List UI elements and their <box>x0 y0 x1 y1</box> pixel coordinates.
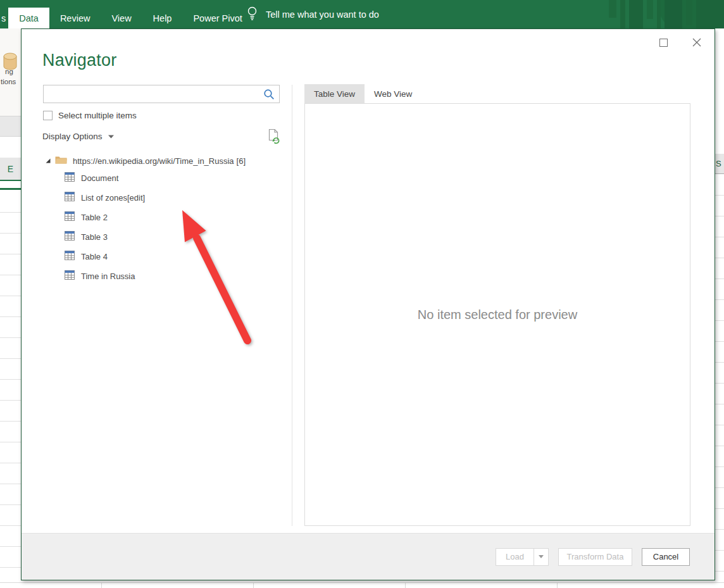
load-dropdown-button[interactable] <box>534 549 548 565</box>
grid-line <box>0 582 724 583</box>
preview-view-tabs: Table View Web View <box>304 84 421 103</box>
tree-root-node[interactable]: https://en.wikipedia.org/wiki/Time_in_Ru… <box>42 153 289 168</box>
tree-item-label: Table 3 <box>81 232 108 242</box>
chevron-down-icon <box>539 555 544 558</box>
refresh-preview-button[interactable] <box>267 128 281 147</box>
excel-bottom-fragment <box>0 580 724 588</box>
close-button[interactable] <box>688 35 706 50</box>
tree-root-label: https://en.wikipedia.org/wiki/Time_in_Ru… <box>73 156 234 166</box>
select-multiple-checkbox[interactable] <box>43 111 53 120</box>
transform-data-button[interactable]: Transform Data <box>558 548 632 566</box>
ribbon-label-fragment-2: tions <box>1 78 16 85</box>
tree-item-time-in-russia[interactable]: Time in Russia <box>42 266 289 286</box>
tab-table-view[interactable]: Table View <box>304 84 365 103</box>
select-multiple-label: Select multiple items <box>58 111 137 120</box>
table-icon <box>65 231 75 243</box>
search-input[interactable] <box>47 87 259 101</box>
table-icon <box>65 172 75 184</box>
table-icon <box>65 211 75 223</box>
tab-help[interactable]: Help <box>142 8 183 28</box>
close-icon <box>692 38 701 47</box>
tree-root-count: [6] <box>237 156 246 166</box>
expand-collapse-icon[interactable] <box>42 158 53 164</box>
preview-pane: No item selected for preview <box>304 103 690 526</box>
tab-formulas-partial[interactable]: s <box>0 8 8 28</box>
tell-me-label: Tell me what you want to do <box>266 9 379 20</box>
tell-me-box[interactable]: Tell me what you want to do <box>247 0 379 28</box>
column-header-e[interactable]: E <box>0 158 21 181</box>
tree-item-label: Table 4 <box>81 252 108 261</box>
pane-splitter[interactable] <box>292 85 292 526</box>
selected-cell-border <box>0 188 21 190</box>
tree-item-table-3[interactable]: Table 3 <box>42 227 289 247</box>
grid-line <box>253 582 254 588</box>
navigator-tree: https://en.wikipedia.org/wiki/Time_in_Ru… <box>42 153 289 286</box>
tab-power-pivot[interactable]: Power Pivot <box>182 8 253 28</box>
ribbon-group-fragment: ng tions <box>0 28 21 116</box>
tab-view[interactable]: View <box>101 8 142 28</box>
search-icon[interactable] <box>263 89 275 103</box>
maximize-button[interactable] <box>654 35 672 50</box>
display-options-dropdown[interactable]: Display Options <box>42 132 114 141</box>
column-header-s[interactable]: S <box>715 154 724 174</box>
window-controls <box>654 35 706 50</box>
tree-item-table-2[interactable]: Table 2 <box>42 208 289 227</box>
table-icon <box>65 192 75 204</box>
tree-item-list-of-zones[interactable]: List of zones[edit] <box>42 188 289 208</box>
excel-right-fragment: S <box>715 28 724 588</box>
select-multiple-row: Select multiple items <box>43 111 137 120</box>
maximize-icon <box>659 39 668 47</box>
tree-item-label: List of zones[edit] <box>81 193 145 203</box>
grid-line <box>557 582 558 588</box>
load-split-button: Load <box>496 548 549 566</box>
display-options-label: Display Options <box>42 132 103 141</box>
tree-item-table-4[interactable]: Table 4 <box>42 247 289 266</box>
tab-review[interactable]: Review <box>49 8 101 28</box>
ribbon-label-fragment-1: ng <box>5 68 13 75</box>
navigator-dialog: Navigator Select multiple items Display … <box>21 28 715 580</box>
excel-ribbon: s Data Review View Help Power Pivot Tell… <box>0 0 724 28</box>
tree-item-label: Table 2 <box>81 213 108 222</box>
folder-icon <box>55 155 67 166</box>
screen: s Data Review View Help Power Pivot Tell… <box>0 0 724 588</box>
chevron-down-icon <box>108 135 114 139</box>
refresh-document-icon <box>267 128 281 144</box>
worksheet-rows-left <box>0 192 21 588</box>
tree-item-label: Time in Russia <box>81 272 135 281</box>
table-icon <box>65 270 75 282</box>
dialog-footer: Load Transform Data Cancel <box>22 533 715 580</box>
table-icon <box>65 251 75 263</box>
grid-line <box>101 582 102 588</box>
grid-line <box>405 582 406 588</box>
worksheet-rows-right <box>715 175 724 588</box>
tree-item-label: Document <box>81 173 118 183</box>
excel-left-fragment: ng tions E <box>0 28 21 588</box>
preview-placeholder-text: No item selected for preview <box>418 308 577 322</box>
load-button[interactable]: Load <box>496 549 534 565</box>
ribbon-decoration <box>608 0 724 28</box>
search-box <box>43 85 280 103</box>
formula-bar-fragment <box>0 116 21 137</box>
tab-data[interactable]: Data <box>8 8 49 28</box>
dialog-title: Navigator <box>42 51 116 70</box>
cancel-button[interactable]: Cancel <box>642 548 690 566</box>
ribbon-tabs: s Data Review View Help Power Pivot <box>0 8 253 28</box>
tab-web-view[interactable]: Web View <box>365 84 421 103</box>
tree-item-document[interactable]: Document <box>42 168 289 188</box>
lightbulb-icon <box>247 6 258 23</box>
